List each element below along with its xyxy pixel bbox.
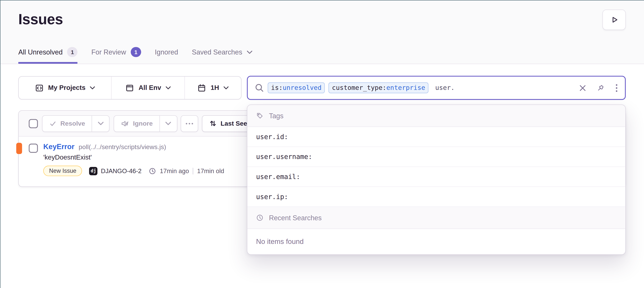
select-all-checkbox[interactable] [29,119,38,128]
project-slug: DJANGO-46-2 [101,167,142,174]
recent-searches-label: Recent Searches [269,214,322,222]
page-filter-bar: My Projects All Env [18,76,242,100]
recent-searches-section-header: Recent Searches [247,207,626,229]
check-icon [49,120,57,127]
error-level-indicator [16,143,22,154]
tab-ignored[interactable]: Ignored [155,47,178,64]
resolve-button[interactable]: Resolve [42,116,92,132]
search-menu-kebab-icon[interactable] [616,84,618,92]
search-autocomplete-dropdown: Tags user.id: user.username: user.email:… [247,104,626,255]
clear-search-icon[interactable] [579,84,586,92]
resolve-split-button: Resolve [42,115,110,132]
issue-last-seen: 17min ago [160,167,189,174]
tab-label: For Review [92,48,126,56]
issue-list-tabs: All Unresolved 1 For Review 1 Ignored Sa… [18,47,252,64]
new-issue-badge: New Issue [43,166,82,176]
tab-label: Saved Searches [192,48,242,56]
project-filter-dropdown[interactable]: My Projects [19,77,111,99]
tags-section-header: Tags [247,105,626,127]
search-token[interactable]: customer_type:enterprise [329,82,429,93]
clock-icon [256,214,264,222]
ignore-button[interactable]: Ignore [114,116,159,132]
token-value: unresolved [283,84,322,92]
tag-icon [256,112,264,120]
main-content: My Projects All Env [0,64,644,288]
resolve-label: Resolve [60,120,85,127]
token-value: enterprise [386,84,425,92]
play-icon [610,15,618,24]
ignore-dropdown-caret[interactable] [159,116,177,132]
sort-arrows-icon [209,120,217,127]
tags-section-label: Tags [269,112,284,120]
time-range-label: 1H [211,84,219,92]
tab-saved-searches[interactable]: Saved Searches [192,47,252,64]
search-icon [255,83,264,92]
ignore-split-button: Ignore [114,115,177,132]
ignore-label: Ignore [133,120,153,127]
tab-count-badge: 1 [130,47,141,57]
replay-play-button[interactable] [602,10,626,30]
autocomplete-item-user-email[interactable]: user.email: [247,167,626,187]
tab-label: Ignored [155,48,178,56]
more-actions-button[interactable] [180,115,198,132]
app-canvas: Issues All Unresolved 1 For Review 1 Ign… [0,0,644,288]
issue-title-link[interactable]: KeyError [43,142,74,151]
resolve-dropdown-caret[interactable] [92,116,109,132]
search-actions [579,84,618,92]
tab-label: All Unresolved [18,48,63,56]
issue-age: 17min old [197,167,224,174]
token-key: is: [271,84,283,92]
page-title: Issues [18,11,63,28]
calendar-icon [197,84,206,92]
time-range-filter-dropdown[interactable]: 1H [184,77,241,99]
timestamp-divider [193,168,193,174]
window-icon [125,84,134,92]
mute-icon [121,119,129,128]
project-filter-label: My Projects [48,84,86,92]
autocomplete-item-user-ip[interactable]: user.ip: [247,187,626,207]
issue-message: 'keyDoesntExist' [43,154,224,161]
token-key: customer_type: [332,84,386,92]
autocomplete-item-user-username[interactable]: user.username: [247,147,626,167]
page-header: Issues All Unresolved 1 For Review 1 Ign… [0,0,644,64]
issue-timestamps: 17min ago 17min old [148,167,224,175]
pin-search-icon[interactable] [597,84,605,92]
chevron-down-icon [90,86,95,90]
tab-count-badge: 1 [67,47,78,57]
environment-filter-label: All Env [138,84,161,92]
project-link[interactable]: dj DJANGO-46-2 [89,167,142,175]
issue-select-checkbox[interactable] [29,144,38,153]
project-code-icon [35,84,44,92]
search-token[interactable]: is:unresolved [268,82,325,93]
ellipsis-icon [185,122,194,125]
sort-by-label: Last Seen [221,120,251,127]
issue-summary: KeyError poll(../../sentry/scripts/views… [43,142,224,176]
tab-for-review[interactable]: For Review 1 [92,47,141,64]
environment-filter-dropdown[interactable]: All Env [111,77,184,99]
search-typed-text[interactable]: user. [435,84,455,92]
no-items-found-message: No items found [247,229,626,254]
chevron-down-icon [247,50,252,54]
django-platform-icon: dj [89,167,98,175]
tab-all-unresolved[interactable]: All Unresolved 1 [18,47,78,64]
issue-search-bar[interactable]: is:unresolved customer_type:enterprise u… [247,76,626,100]
autocomplete-item-user-id[interactable]: user.id: [247,127,626,147]
chevron-down-icon [166,86,171,90]
clock-icon [148,167,156,175]
issue-culprit: poll(../../sentry/scripts/views.js) [79,143,166,151]
chevron-down-icon [224,86,228,90]
